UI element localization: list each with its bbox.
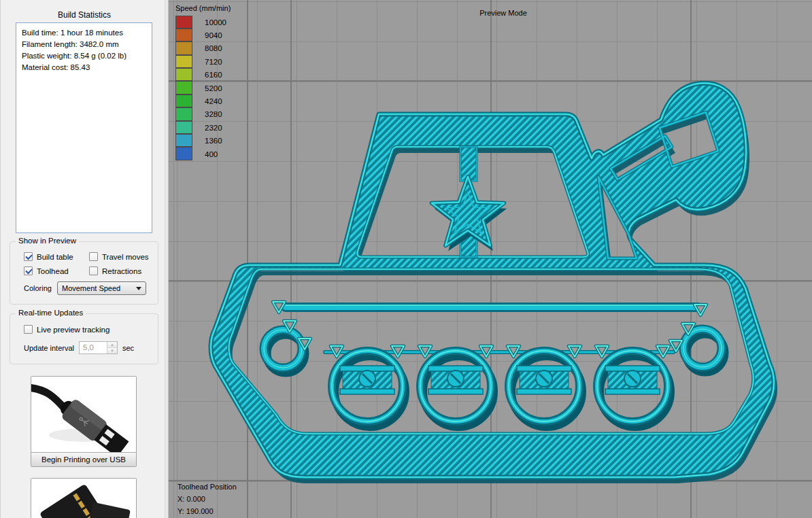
legend-swatch <box>175 55 192 68</box>
connector-triangles <box>273 302 707 357</box>
legend-value: 8080 <box>205 44 222 52</box>
checkbox-label: Build table <box>37 253 73 261</box>
legend-swatch <box>175 68 192 81</box>
toolhead-y: Y: 190.000 <box>177 505 237 517</box>
legend-entry: 3280 <box>175 108 231 121</box>
coloring-dropdown[interactable]: Movement Speed <box>57 281 146 295</box>
inner-walls <box>229 112 754 434</box>
checkbox-label: Travel moves <box>102 253 149 261</box>
legend-swatch <box>175 29 192 41</box>
preview-options: Build table Travel moves Toolhead <box>24 252 158 275</box>
idler-wheels <box>264 329 724 373</box>
legend-entry: 7120 <box>175 55 231 68</box>
checkbox-label: Toolhead <box>37 267 69 275</box>
begin-printing-usb-button[interactable]: Begin Printing over USB <box>31 376 137 467</box>
step-up-icon[interactable]: ▲ <box>107 342 117 348</box>
checkbox-label: Live preview tracking <box>37 326 109 334</box>
legend-value: 3280 <box>205 110 222 118</box>
legend-entry: 400 <box>175 148 231 160</box>
coloring-dropdown-value: Movement Speed <box>62 284 120 292</box>
chevron-down-icon <box>136 287 141 290</box>
live-preview-tracking-option[interactable]: Live preview tracking <box>24 325 158 334</box>
checkbox-option[interactable]: Travel moves <box>89 252 158 261</box>
checkbox-option[interactable]: Retractions <box>89 266 158 275</box>
checkbox[interactable] <box>24 252 33 261</box>
legend-value: 5200 <box>205 84 222 92</box>
realtime-updates-group: Real-time Updates Live preview tracking … <box>10 313 158 364</box>
legend-entry: 4240 <box>175 94 231 107</box>
show-in-preview-group: Show in Preview Build table Travel moves <box>10 241 158 305</box>
app-window: Build Statistics Build time: 1 hour 18 m… <box>0 0 812 518</box>
legend-swatch <box>175 16 192 29</box>
track-rail <box>286 305 698 307</box>
checkbox[interactable] <box>89 252 98 261</box>
toolhead-position-title: Toolhead Position <box>177 481 237 493</box>
group-title: Real-time Updates <box>16 309 86 317</box>
checkbox[interactable] <box>24 266 33 275</box>
checkbox-option[interactable]: Toolhead <box>24 266 89 275</box>
update-interval-stepper[interactable]: 5,0 ▲▼ <box>79 341 118 354</box>
legend-swatch <box>175 81 192 94</box>
stepper-buttons[interactable]: ▲▼ <box>107 342 117 353</box>
road-wheels <box>332 351 671 427</box>
toolhead-x: X: 0.000 <box>177 493 237 505</box>
legend-value: 10000 <box>205 18 226 27</box>
legend-swatch <box>175 134 192 147</box>
stat-line: Plastic weight: 8.54 g (0.02 lb) <box>22 50 146 62</box>
legend-entry: 9040 <box>175 29 231 41</box>
legend-entry: 10000 <box>175 16 231 29</box>
outer-wall <box>211 83 774 477</box>
update-interval-label: Update interval <box>24 344 74 352</box>
legend-entry: 2320 <box>175 121 231 134</box>
legend-value: 6160 <box>205 71 222 79</box>
checkbox[interactable] <box>89 266 98 275</box>
coloring-label: Coloring <box>24 284 52 292</box>
checkbox-option[interactable]: Build table <box>24 252 89 261</box>
legend-swatch <box>175 107 192 120</box>
panel-splitter[interactable] <box>165 0 168 518</box>
star-strip <box>460 147 477 257</box>
build-statistics-box: Build time: 1 hour 18 minutes Filament l… <box>16 22 152 233</box>
toolhead-position: Toolhead Position X: 0.000 Y: 190.000 <box>177 481 237 517</box>
update-interval-unit: sec <box>122 344 134 352</box>
legend-value: 4240 <box>205 97 222 105</box>
legend-swatch <box>175 147 192 160</box>
sd-card-image <box>31 479 136 518</box>
tank-cookie-cutter-model <box>169 0 812 518</box>
preview-viewport[interactable]: Speed (mm/min) 10000 9040 808 <box>169 0 812 518</box>
stat-line: Build time: 1 hour 18 minutes <box>22 27 146 39</box>
update-interval-value: 5,0 <box>80 342 107 353</box>
legend-value: 1360 <box>205 137 222 145</box>
legend-value: 9040 <box>205 31 222 39</box>
usb-button-label[interactable]: Begin Printing over USB <box>31 452 136 466</box>
legend-entry: 1360 <box>175 135 231 148</box>
star-emblem <box>432 177 507 251</box>
step-down-icon[interactable]: ▼ <box>107 348 117 353</box>
stat-line: Filament length: 3482.0 mm <box>22 39 146 50</box>
group-title: Show in Preview <box>16 237 79 245</box>
legend-rows: 10000 9040 8080 7120 <box>175 16 231 160</box>
checkbox[interactable] <box>24 325 33 334</box>
checkbox-label: Retractions <box>102 267 141 275</box>
legend-swatch <box>175 121 192 134</box>
sidebar-title: Build Statistics <box>1 0 168 20</box>
usb-cable-image <box>31 377 136 453</box>
sidebar: Build Statistics Build time: 1 hour 18 m… <box>0 0 169 518</box>
preview-mode-label: Preview Mode <box>169 9 812 17</box>
legend-value: 2320 <box>205 124 222 132</box>
legend-value: 7120 <box>205 58 222 66</box>
legend-swatch <box>175 94 192 107</box>
legend-entry: 6160 <box>175 69 231 82</box>
legend-value: 400 <box>205 150 218 158</box>
legend-entry: 5200 <box>175 82 231 94</box>
legend-swatch <box>175 41 192 54</box>
legend-entry: 8080 <box>175 42 231 55</box>
print-from-sd-button[interactable] <box>31 478 137 518</box>
stat-line: Material cost: 85.43 <box>22 62 146 73</box>
speed-legend: Speed (mm/min) 10000 9040 808 <box>175 4 231 160</box>
